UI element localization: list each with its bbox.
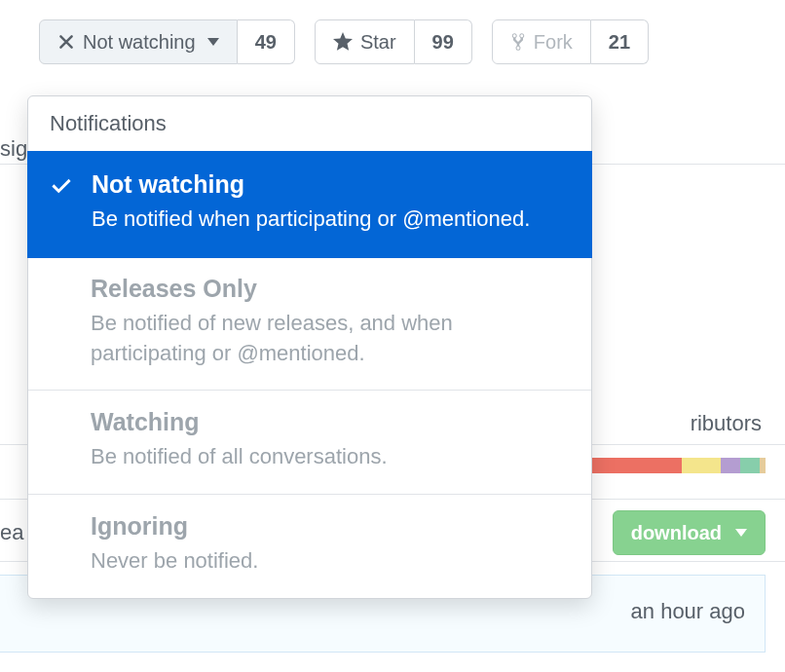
item-desc: Be notified of all conversations.	[91, 442, 570, 472]
star-icon	[333, 32, 353, 52]
item-title: Not watching	[92, 170, 569, 199]
star-button[interactable]: Star	[315, 19, 415, 64]
caret-down-icon	[207, 38, 219, 46]
time-ago-text: an hour ago	[631, 599, 745, 624]
x-icon	[57, 33, 75, 51]
star-label: Star	[360, 32, 396, 52]
dropdown-item-ignoring[interactable]: Ignoring Never be notified.	[28, 495, 591, 598]
download-button[interactable]: download	[613, 510, 766, 555]
caret-down-icon	[735, 529, 747, 537]
star-button-group: Star 99	[315, 19, 472, 64]
language-bar	[584, 458, 766, 473]
dropdown-header: Notifications	[28, 96, 591, 152]
watch-count[interactable]: 49	[238, 19, 295, 64]
repo-actions-toolbar: Not watching 49 Star 99 Fork 21	[0, 0, 785, 84]
item-desc: Be notified when participating or @menti…	[92, 205, 569, 235]
fork-button[interactable]: Fork	[492, 19, 591, 64]
fork-label: Fork	[534, 32, 573, 52]
fork-button-group: Fork 21	[492, 19, 649, 64]
dropdown-item-watching[interactable]: Watching Be notified of all conversation…	[28, 391, 591, 495]
item-title: Ignoring	[91, 512, 570, 541]
partial-text: sig	[0, 136, 27, 162]
partial-text: ea	[0, 520, 23, 545]
item-title: Watching	[91, 408, 570, 436]
download-label: download	[631, 522, 722, 544]
fork-icon	[510, 32, 526, 52]
star-count[interactable]: 99	[415, 19, 472, 64]
dropdown-item-not-watching[interactable]: Not watching Be notified when participat…	[27, 151, 592, 258]
watch-button[interactable]: Not watching	[39, 19, 238, 64]
item-title: Releases Only	[91, 275, 570, 303]
notifications-dropdown: Notifications Not watching Be notified w…	[27, 95, 592, 599]
contributors-label[interactable]: ributors	[691, 411, 762, 436]
watch-button-group: Not watching 49	[39, 19, 295, 64]
item-desc: Be notified of new releases, and when pa…	[91, 309, 570, 369]
watch-label: Not watching	[83, 32, 196, 52]
check-icon	[51, 174, 72, 196]
item-desc: Never be notified.	[91, 546, 570, 577]
dropdown-item-releases-only[interactable]: Releases Only Be notified of new release…	[28, 257, 591, 392]
fork-count[interactable]: 21	[591, 19, 649, 64]
